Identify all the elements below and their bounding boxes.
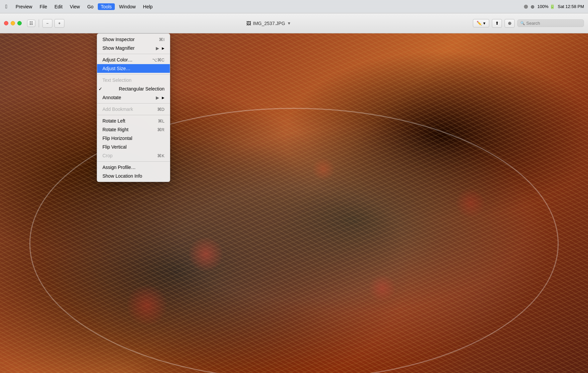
menu-item-crop[interactable]: Crop ⌘K xyxy=(97,151,170,160)
wifi-icon[interactable]: ⊛ xyxy=(531,4,535,9)
rectangular-selection-label: Rectangular Selection xyxy=(119,86,165,91)
maximize-button[interactable] xyxy=(17,21,22,25)
menu-item-show-inspector[interactable]: Show Inspector ⌘I xyxy=(97,35,170,44)
menu-separator-5 xyxy=(97,161,170,162)
zoom-out-icon: − xyxy=(46,21,48,26)
menu-item-adjust-size[interactable]: Adjust Size… xyxy=(97,64,170,73)
pencil-icon: ✏️ xyxy=(477,21,482,26)
sidebar-toggle-button[interactable]: ☷ xyxy=(27,20,35,27)
toolbar-controls-left: ☷ − + xyxy=(27,19,64,28)
battery-display: 100% 🔋 xyxy=(537,4,555,9)
markup-button[interactable]: ⊕ xyxy=(505,19,515,28)
menubar-window[interactable]: Window xyxy=(116,3,139,10)
show-inspector-shortcut: ⌘I xyxy=(159,37,165,42)
close-button[interactable] xyxy=(4,21,8,25)
record-icon xyxy=(524,5,528,9)
crop-shortcut: ⌘K xyxy=(157,153,165,158)
apple-menu[interactable]:  xyxy=(3,4,10,10)
menu-separator-1 xyxy=(97,54,170,54)
zoom-out-button[interactable]: − xyxy=(42,19,52,28)
show-magnifier-arrow: ▶ xyxy=(156,46,159,51)
show-inspector-label: Show Inspector xyxy=(102,37,135,42)
search-icon: 🔍 xyxy=(520,21,525,25)
file-icon: 🖼 xyxy=(246,21,251,26)
menu-item-flip-horizontal[interactable]: Flip Horizontal xyxy=(97,134,170,143)
annotate-chevron: ▾ xyxy=(483,21,486,26)
rotate-right-label: Rotate Right xyxy=(102,127,128,132)
menubar-file[interactable]: File xyxy=(37,3,50,10)
zoom-in-button[interactable]: + xyxy=(54,19,64,28)
menubar-go[interactable]: Go xyxy=(84,3,96,10)
minimize-button[interactable] xyxy=(11,21,15,25)
menubar-view[interactable]: View xyxy=(67,3,83,10)
menu-item-show-magnifier[interactable]: Show Magnifier ▶ xyxy=(97,44,170,52)
adjust-size-label: Adjust Size… xyxy=(102,66,130,71)
menu-item-annotate[interactable]: Annotate ▶ xyxy=(97,93,170,102)
adjust-color-label: Adjust Color… xyxy=(102,57,132,62)
search-input[interactable] xyxy=(526,21,580,26)
menu-separator-2 xyxy=(97,74,170,74)
menu-item-rotate-right[interactable]: Rotate Right ⌘R xyxy=(97,125,170,134)
menubar-help[interactable]: Help xyxy=(140,3,156,10)
add-bookmark-shortcut: ⌘D xyxy=(157,107,165,112)
menubar-tools[interactable]: Tools xyxy=(98,3,115,10)
menu-separator-3 xyxy=(97,103,170,104)
app-window: ☷ − + 🖼 IMG_2537.JPG ▼ ✏️ ▾ ⬆ ⊕ xyxy=(0,13,588,373)
rotate-left-shortcut: ⌘L xyxy=(158,119,165,124)
flip-vertical-label: Flip Vertical xyxy=(102,144,126,150)
search-box[interactable]: 🔍 xyxy=(517,19,584,27)
title-dropdown-icon[interactable]: ▼ xyxy=(287,21,291,26)
food-image xyxy=(0,33,588,373)
menubar-left:  Preview File Edit View Go Tools Window… xyxy=(0,3,158,10)
assign-profile-label: Assign Profile… xyxy=(102,165,136,170)
menu-item-show-location-info[interactable]: Show Location Info xyxy=(97,172,170,180)
menu-item-adjust-color[interactable]: Adjust Color… ⌥⌘C xyxy=(97,55,170,64)
add-bookmark-label: Add Bookmark xyxy=(102,107,133,112)
window-title-area: 🖼 IMG_2537.JPG ▼ xyxy=(67,21,470,26)
menu-item-rotate-left[interactable]: Rotate Left ⌘L xyxy=(97,117,170,125)
rotate-right-shortcut: ⌘R xyxy=(157,127,165,132)
crop-label: Crop xyxy=(102,153,112,158)
menu-item-add-bookmark[interactable]: Add Bookmark ⌘D xyxy=(97,105,170,114)
toolbar-separator-1 xyxy=(39,19,39,27)
menu-item-assign-profile[interactable]: Assign Profile… xyxy=(97,163,170,172)
share-icon: ⬆ xyxy=(495,21,499,26)
menu-item-rectangular-selection[interactable]: Rectangular Selection xyxy=(97,84,170,93)
markup-icon: ⊕ xyxy=(508,21,512,26)
toolbar-controls-right: ✏️ ▾ ⬆ ⊕ 🔍 xyxy=(473,19,584,28)
time-display: Sat 12:58 PM xyxy=(558,4,584,9)
share-button[interactable]: ⬆ xyxy=(492,19,502,28)
show-location-info-label: Show Location Info xyxy=(102,173,142,179)
content-area: Show Inspector ⌘I Show Magnifier ▶ Adjus… xyxy=(0,33,588,373)
annotate-arrow: ▶ xyxy=(156,95,159,100)
annotate-button[interactable]: ✏️ ▾ xyxy=(473,19,489,27)
window-title-text: IMG_2537.JPG xyxy=(253,21,285,26)
show-magnifier-label: Show Magnifier xyxy=(102,45,135,51)
menubar-right: ⊛ 100% 🔋 Sat 12:58 PM xyxy=(524,4,588,9)
rotate-left-label: Rotate Left xyxy=(102,118,125,124)
annotate-label: Annotate xyxy=(102,95,121,100)
toolbar: ☷ − + 🖼 IMG_2537.JPG ▼ ✏️ ▾ ⬆ ⊕ xyxy=(0,13,588,33)
menu-separator-4 xyxy=(97,115,170,115)
zoom-in-icon: + xyxy=(58,21,60,26)
tools-dropdown-menu: Show Inspector ⌘I Show Magnifier ▶ Adjus… xyxy=(97,33,170,182)
menubar:  Preview File Edit View Go Tools Window… xyxy=(0,0,588,13)
flip-horizontal-label: Flip Horizontal xyxy=(102,136,132,141)
traffic-lights xyxy=(4,21,22,25)
menu-item-flip-vertical[interactable]: Flip Vertical xyxy=(97,143,170,151)
text-selection-label: Text Selection xyxy=(102,77,131,83)
adjust-color-shortcut: ⌥⌘C xyxy=(152,57,165,62)
menubar-app-name[interactable]: Preview xyxy=(13,3,35,10)
menu-item-text-selection[interactable]: Text Selection xyxy=(97,76,170,84)
menubar-edit[interactable]: Edit xyxy=(51,3,65,10)
